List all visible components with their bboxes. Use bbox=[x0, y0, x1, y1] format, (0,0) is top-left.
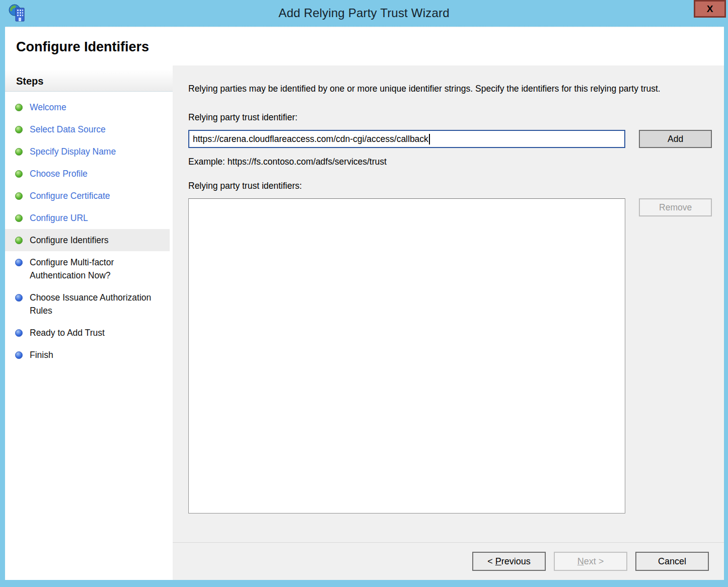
identifier-input[interactable]: https://carena.cloudflareaccess.com/cdn-… bbox=[188, 130, 625, 148]
green-dot-icon bbox=[15, 192, 23, 200]
close-x-icon: X bbox=[707, 4, 713, 14]
sidebar-step-specify-display-name[interactable]: Specify Display Name bbox=[5, 140, 173, 163]
sidebar-step-configure-certificate[interactable]: Configure Certificate bbox=[5, 185, 173, 207]
green-dot-icon bbox=[15, 170, 23, 178]
steps-sidebar: Steps WelcomeSelect Data SourceSpecify D… bbox=[5, 65, 173, 580]
step-label: Finish bbox=[30, 348, 53, 361]
sidebar-step-choose-issuance-authorization-rules: Choose Issuance Authorization Rules bbox=[5, 286, 173, 322]
step-label: Configure Certificate bbox=[30, 189, 110, 202]
wizard-frame: Configure Identifiers Steps WelcomeSelec… bbox=[5, 27, 724, 580]
sidebar-step-ready-to-add-trust: Ready to Add Trust bbox=[5, 322, 173, 344]
wizard-footer: < Previous Next > Cancel bbox=[173, 542, 724, 580]
next-button: Next > bbox=[554, 552, 627, 571]
green-dot-icon bbox=[15, 104, 23, 111]
step-label: Configure Identifiers bbox=[30, 234, 109, 247]
blue-dot-icon bbox=[15, 351, 23, 359]
green-dot-icon bbox=[15, 126, 23, 133]
sidebar-step-select-data-source[interactable]: Select Data Source bbox=[5, 118, 173, 140]
steps-list: WelcomeSelect Data SourceSpecify Display… bbox=[5, 92, 173, 366]
step-label: Configure URL bbox=[30, 211, 88, 225]
sidebar-step-welcome[interactable]: Welcome bbox=[5, 96, 173, 118]
page-title: Configure Identifiers bbox=[5, 27, 724, 55]
step-label: Choose Issuance Authorization Rules bbox=[30, 291, 153, 317]
step-label: Configure Multi-factor Authentication No… bbox=[30, 256, 153, 282]
identifier-input-value: https://carena.cloudflareaccess.com/cdn-… bbox=[193, 134, 428, 144]
text-caret bbox=[429, 134, 430, 144]
page-header: Configure Identifiers bbox=[5, 27, 724, 65]
intro-text: Relying parties may be identified by one… bbox=[188, 82, 684, 96]
green-dot-icon bbox=[15, 214, 23, 222]
identifiers-list-label: Relying party trust identifiers: bbox=[188, 181, 712, 191]
sidebar-step-choose-profile[interactable]: Choose Profile bbox=[5, 163, 173, 185]
step-label: Ready to Add Trust bbox=[30, 326, 105, 339]
title-bar: Add Relying Party Trust Wizard X bbox=[0, 0, 728, 27]
identifier-label: Relying party trust identifier: bbox=[188, 112, 712, 123]
sidebar-step-configure-multi-factor-authentication-now: Configure Multi-factor Authentication No… bbox=[5, 251, 173, 286]
blue-dot-icon bbox=[15, 294, 23, 302]
sidebar-step-finish: Finish bbox=[5, 344, 173, 366]
close-button[interactable]: X bbox=[694, 0, 726, 18]
green-dot-icon bbox=[15, 148, 23, 156]
blue-dot-icon bbox=[15, 259, 23, 266]
blue-dot-icon bbox=[15, 329, 23, 337]
step-label: Choose Profile bbox=[30, 167, 88, 180]
example-text: Example: https://fs.contoso.com/adfs/ser… bbox=[188, 157, 712, 167]
wizard-window: Add Relying Party Trust Wizard X Configu… bbox=[0, 0, 728, 587]
green-dot-icon bbox=[15, 237, 23, 244]
steps-heading: Steps bbox=[5, 70, 173, 92]
main-panel: Relying parties may be identified by one… bbox=[173, 65, 724, 542]
step-label: Specify Display Name bbox=[30, 145, 116, 158]
previous-button[interactable]: < Previous bbox=[472, 552, 546, 571]
step-label: Select Data Source bbox=[30, 123, 106, 136]
remove-button: Remove bbox=[639, 198, 712, 216]
identifiers-listbox[interactable] bbox=[188, 198, 625, 513]
sidebar-step-configure-identifiers: Configure Identifiers bbox=[5, 229, 170, 251]
window-title: Add Relying Party Trust Wizard bbox=[0, 6, 728, 20]
add-button[interactable]: Add bbox=[639, 130, 712, 148]
sidebar-step-configure-url[interactable]: Configure URL bbox=[5, 207, 173, 229]
step-label: Welcome bbox=[30, 101, 66, 114]
cancel-button[interactable]: Cancel bbox=[635, 552, 709, 571]
